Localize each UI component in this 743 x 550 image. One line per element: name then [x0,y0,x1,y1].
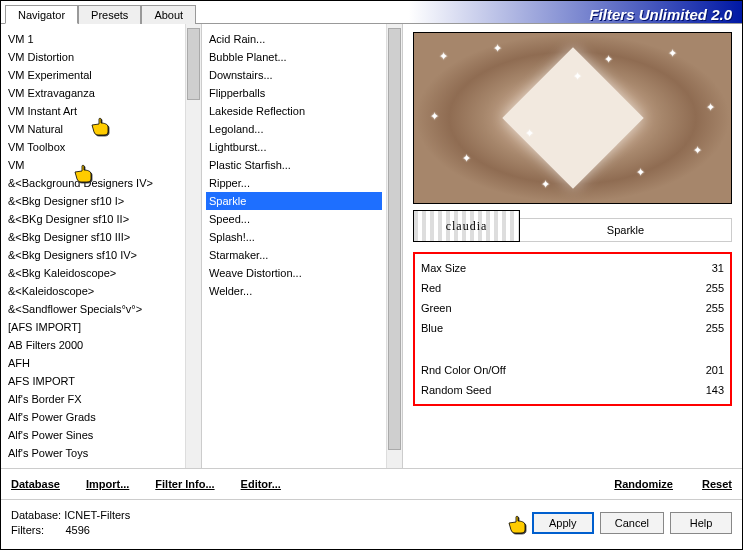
param-value: 255 [684,302,724,314]
param-row[interactable]: Rnd Color On/Off201 [421,360,724,380]
filter-list[interactable]: Acid Rain...Bubble Planet...Downstairs..… [202,24,386,468]
tab-about[interactable]: About [141,5,196,24]
param-value: 31 [684,262,724,274]
list-item[interactable]: AB Filters 2000 [5,336,181,354]
list-item[interactable]: Bubble Planet... [206,48,382,66]
list-item[interactable]: Alf's Power Grads [5,408,181,426]
param-value: 255 [684,282,724,294]
watermark-logo: claudia [413,210,520,242]
list-item[interactable]: &<Kaleidoscope> [5,282,181,300]
list-item[interactable]: &<Bkg Designers sf10 IV> [5,246,181,264]
filter-name: Sparkle [520,218,732,242]
list-item[interactable]: Alf's Power Toys [5,444,181,462]
param-value: 255 [684,322,724,334]
apply-button[interactable]: Apply [532,512,594,534]
list-item[interactable]: Flipperballs [206,84,382,102]
list-item[interactable]: Lightburst... [206,138,382,156]
list-item[interactable]: VM 1 [5,30,181,48]
list-item[interactable]: &<Bkg Designer sf10 III> [5,228,181,246]
scrollbar[interactable] [185,24,201,468]
footer-info: Database: ICNET-Filters Filters: 4596 [11,508,130,538]
list-item[interactable]: &<Sandflower Specials°v°> [5,300,181,318]
param-value: 143 [684,384,724,396]
list-item[interactable]: Acid Rain... [206,30,382,48]
param-label: Rnd Color On/Off [421,364,684,376]
list-item[interactable]: Lakeside Reflection [206,102,382,120]
list-item[interactable]: Alf's Power Sines [5,426,181,444]
pointer-icon [506,514,530,534]
list-item[interactable]: Downstairs... [206,66,382,84]
category-list[interactable]: VM 1VM DistortionVM ExperimentalVM Extra… [1,24,185,468]
link-database[interactable]: Database [11,478,60,490]
help-button[interactable]: Help [670,512,732,534]
list-item[interactable]: Splash!... [206,228,382,246]
list-item[interactable]: VM Toolbox [5,138,181,156]
list-item[interactable]: VM Extravaganza [5,84,181,102]
list-item[interactable]: VM Natural [5,120,181,138]
list-item[interactable]: Speed... [206,210,382,228]
param-value: 201 [684,364,724,376]
list-item[interactable]: Weave Distortion... [206,264,382,282]
list-item[interactable]: Alf's Border FX [5,390,181,408]
list-item[interactable]: Sparkle [206,192,382,210]
param-row[interactable]: Blue255 [421,318,724,338]
param-row[interactable]: Green255 [421,298,724,318]
link-randomize[interactable]: Randomize [614,478,673,490]
list-item[interactable]: Legoland... [206,120,382,138]
list-item[interactable]: &<Background Designers IV> [5,174,181,192]
param-row[interactable]: Red255 [421,278,724,298]
list-item[interactable]: Ripper... [206,174,382,192]
list-item[interactable]: VM Instant Art [5,102,181,120]
scrollbar[interactable] [386,24,402,468]
param-label: Random Seed [421,384,684,396]
list-item[interactable]: Plastic Starfish... [206,156,382,174]
list-item[interactable]: &<Bkg Kaleidoscope> [5,264,181,282]
link-reset[interactable]: Reset [702,478,732,490]
param-row[interactable]: Max Size31 [421,258,724,278]
parameter-highlight: Max Size31Red255Green255Blue255 Rnd Colo… [413,252,732,406]
list-item[interactable]: VM Distortion [5,48,181,66]
tab-bar: Navigator Presets About [5,5,742,24]
list-item[interactable]: [AFS IMPORT] [5,318,181,336]
list-item[interactable]: &<BKg Designer sf10 II> [5,210,181,228]
tab-presets[interactable]: Presets [78,5,141,24]
list-item[interactable]: Welder... [206,282,382,300]
tab-navigator[interactable]: Navigator [5,5,78,24]
link-import[interactable]: Import... [86,478,129,490]
param-label: Red [421,282,684,294]
list-item[interactable]: &<Bkg Designer sf10 I> [5,192,181,210]
param-row[interactable]: Random Seed143 [421,380,724,400]
list-item[interactable]: AFH [5,354,181,372]
link-editor[interactable]: Editor... [241,478,281,490]
param-label: Green [421,302,684,314]
list-item[interactable]: AFS IMPORT [5,372,181,390]
cancel-button[interactable]: Cancel [600,512,664,534]
list-item[interactable]: VM Experimental [5,66,181,84]
preview-image: ✦✦✦✦ ✦✦✦✦ ✦✦✦✦ [413,32,732,204]
link-filterinfo[interactable]: Filter Info... [155,478,214,490]
bottom-toolbar: Database Import... Filter Info... Editor… [1,468,742,500]
param-label: Blue [421,322,684,334]
param-label: Max Size [421,262,684,274]
list-item[interactable]: VM [5,156,181,174]
list-item[interactable]: Starmaker... [206,246,382,264]
